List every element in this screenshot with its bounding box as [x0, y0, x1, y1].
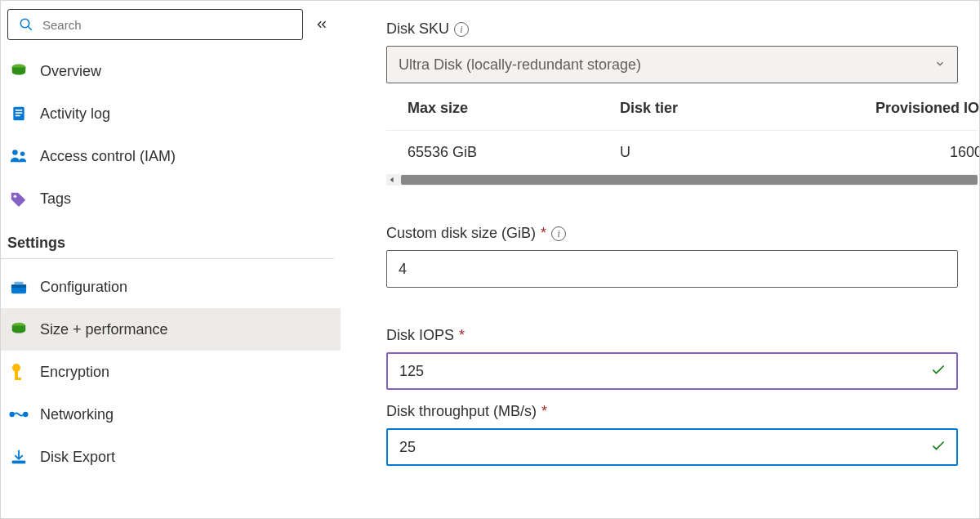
sidebar-item-size-performance[interactable]: Size + performance: [1, 308, 341, 351]
activity-log-icon: [9, 104, 29, 123]
disk-sku-value: Ultra Disk (locally-redundant storage): [399, 56, 641, 74]
disk-sku-select[interactable]: Ultra Disk (locally-redundant storage): [386, 46, 958, 83]
sidebar-item-label: Encryption: [40, 364, 109, 381]
sku-table: Max size Disk tier Provisioned IOPS 6553…: [386, 87, 978, 186]
disk-icon: [9, 320, 29, 339]
table-header: Max size Disk tier Provisioned IOPS: [386, 87, 978, 130]
disk-icon: [9, 61, 29, 81]
search-box[interactable]: [7, 9, 303, 40]
sidebar-item-label: Size + performance: [40, 321, 168, 338]
col-max-size: Max size: [408, 100, 620, 117]
main-content: Disk SKU i Ultra Disk (locally-redundant…: [341, 1, 979, 518]
disk-throughput-input[interactable]: [386, 428, 958, 466]
configuration-icon: [9, 277, 29, 297]
sidebar-item-label: Access control (IAM): [40, 148, 176, 165]
sidebar-item-encryption[interactable]: Encryption: [1, 351, 341, 393]
scrollbar-thumb[interactable]: [401, 175, 978, 185]
info-icon[interactable]: i: [454, 22, 469, 37]
sidebar-item-label: Tags: [40, 190, 71, 208]
sidebar-item-networking[interactable]: Networking: [1, 393, 341, 436]
svg-point-10: [14, 195, 17, 198]
cell-iops: 160000: [832, 144, 980, 161]
sidebar-item-disk-export[interactable]: Disk Export: [1, 436, 341, 478]
sidebar-item-overview[interactable]: Overview: [1, 50, 341, 92]
disk-iops-label: Disk IOPS *: [386, 327, 979, 344]
svg-point-8: [12, 150, 17, 154]
networking-icon: [9, 405, 29, 424]
sidebar-item-configuration[interactable]: Configuration: [1, 266, 341, 308]
search-input[interactable]: [42, 18, 294, 32]
sidebar-item-activity-log[interactable]: Activity log: [1, 92, 341, 135]
search-icon: [16, 15, 36, 34]
sidebar-item-label: Networking: [40, 406, 114, 423]
chevron-down-icon: [934, 56, 946, 74]
encryption-icon: [9, 362, 29, 382]
scroll-left-icon[interactable]: [386, 174, 398, 186]
col-disk-tier: Disk tier: [620, 100, 832, 117]
svg-point-9: [20, 152, 25, 157]
svg-rect-5: [16, 110, 22, 111]
info-icon[interactable]: i: [551, 226, 566, 241]
col-provisioned-iops: Provisioned IOPS: [832, 100, 980, 117]
tags-icon: [9, 189, 29, 208]
svg-point-15: [12, 364, 20, 372]
sidebar: Overview Activity log Access control (IA…: [1, 1, 341, 518]
cell-tier: U: [620, 144, 832, 161]
svg-rect-6: [16, 112, 22, 114]
settings-section-header: Settings: [1, 220, 334, 259]
svg-line-1: [28, 26, 32, 30]
collapse-sidebar-button[interactable]: [310, 12, 334, 37]
disk-export-icon: [9, 447, 29, 467]
access-control-icon: [9, 146, 29, 166]
svg-point-18: [10, 413, 14, 417]
sidebar-item-label: Overview: [40, 63, 101, 80]
cell-max-size: 65536 GiB: [408, 144, 620, 161]
svg-rect-13: [15, 282, 24, 285]
svg-point-19: [24, 413, 28, 417]
custom-disk-size-label: Custom disk size (GiB) * i: [386, 225, 979, 242]
svg-rect-20: [12, 461, 26, 464]
sidebar-item-label: Activity log: [40, 105, 110, 123]
horizontal-scrollbar[interactable]: [386, 174, 978, 186]
disk-sku-label: Disk SKU i: [386, 20, 979, 38]
disk-iops-input[interactable]: [386, 352, 958, 390]
checkmark-icon: [930, 362, 947, 381]
svg-rect-12: [11, 284, 26, 288]
sidebar-item-tags[interactable]: Tags: [1, 177, 341, 220]
sidebar-item-label: Disk Export: [40, 449, 115, 466]
svg-rect-7: [16, 115, 20, 117]
svg-point-0: [20, 19, 29, 28]
disk-throughput-label: Disk throughput (MB/s) *: [386, 403, 979, 420]
svg-rect-17: [15, 378, 21, 380]
sidebar-item-label: Configuration: [40, 279, 127, 296]
svg-marker-21: [390, 177, 394, 182]
checkmark-icon: [930, 438, 947, 457]
sidebar-item-access-control[interactable]: Access control (IAM): [1, 135, 341, 177]
custom-disk-size-input[interactable]: [386, 250, 958, 288]
table-row[interactable]: 65536 GiB U 160000: [386, 130, 978, 174]
